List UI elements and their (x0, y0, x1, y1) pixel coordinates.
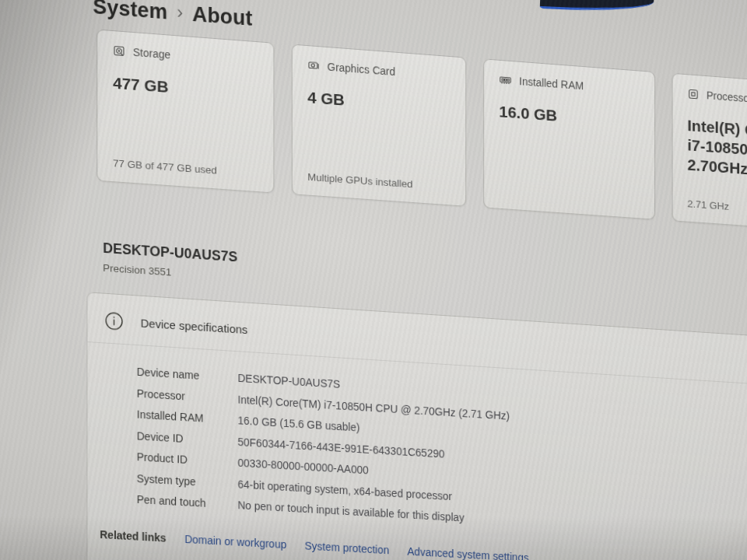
device-name: DESKTOP-U0AUS7S (103, 240, 237, 265)
processor-card-value: Intel(R) Core(TM) i7-10850H CPU @ 2.70GH… (687, 116, 747, 185)
installed-ram-value: 16.0 GB (499, 102, 640, 132)
related-links-title: Related links (100, 528, 166, 544)
storage-card-label: Storage (133, 45, 170, 62)
storage-card-caption: 77 GB of 477 GB used (113, 157, 217, 176)
graphics-card-label: Graphics Card (328, 60, 395, 79)
link-system-protection[interactable]: System protection (305, 539, 390, 556)
storage-icon (113, 44, 125, 58)
device-specifications-card: Device specifications Device name DESKTO… (86, 292, 747, 560)
storage-card-value: 477 GB (113, 73, 258, 104)
breadcrumb-system[interactable]: System (93, 0, 167, 24)
processor-card-caption: 2.71 GHz (687, 198, 729, 212)
info-icon (104, 311, 124, 331)
graphics-card-caption: Multiple GPUs installed (307, 171, 412, 190)
device-model: Precision 3551 (103, 262, 237, 282)
graphics-card-value: 4 GB (307, 87, 451, 117)
device-name-block: DESKTOP-U0AUS7S Precision 3551 (103, 240, 237, 282)
settings-window: System › About Storage (0, 0, 747, 560)
photo-frame: System › About Storage (0, 0, 747, 560)
breadcrumb: System › About (93, 0, 252, 31)
processor-card-label: Processor (707, 89, 747, 106)
about-page: System › About Storage (0, 0, 747, 560)
link-advanced-system-settings[interactable]: Advanced system settings (407, 544, 528, 560)
processor-icon (687, 88, 699, 101)
breadcrumb-about: About (192, 2, 252, 31)
installed-ram-card: Installed RAM 16.0 GB (483, 58, 655, 219)
summary-cards: Storage 477 GB 77 GB of 477 GB used (96, 29, 747, 233)
device-specifications-title: Device specifications (141, 317, 248, 337)
graphics-card-card: Graphics Card 4 GB Multiple GPUs install… (292, 44, 466, 207)
gpu-icon (307, 59, 320, 72)
processor-card: Processor Intel(R) Core(TM) i7-10850H CP… (672, 73, 747, 233)
storage-card: Storage 477 GB 77 GB of 477 GB used (96, 29, 274, 193)
link-domain-or-workgroup[interactable]: Domain or workgroup (184, 533, 286, 551)
installed-ram-label: Installed RAM (519, 74, 584, 93)
chevron-right-icon: › (177, 1, 183, 23)
ram-icon (499, 73, 511, 86)
